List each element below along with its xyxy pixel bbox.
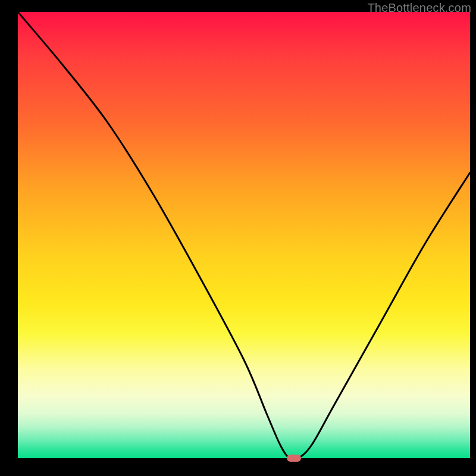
optimum-marker (287, 455, 301, 462)
bottleneck-curve (18, 12, 470, 458)
plot-area (18, 12, 470, 458)
curve-path (18, 12, 470, 458)
bottleneck-chart: TheBottleneck.com (0, 0, 476, 476)
watermark-text: TheBottleneck.com (367, 1, 471, 15)
